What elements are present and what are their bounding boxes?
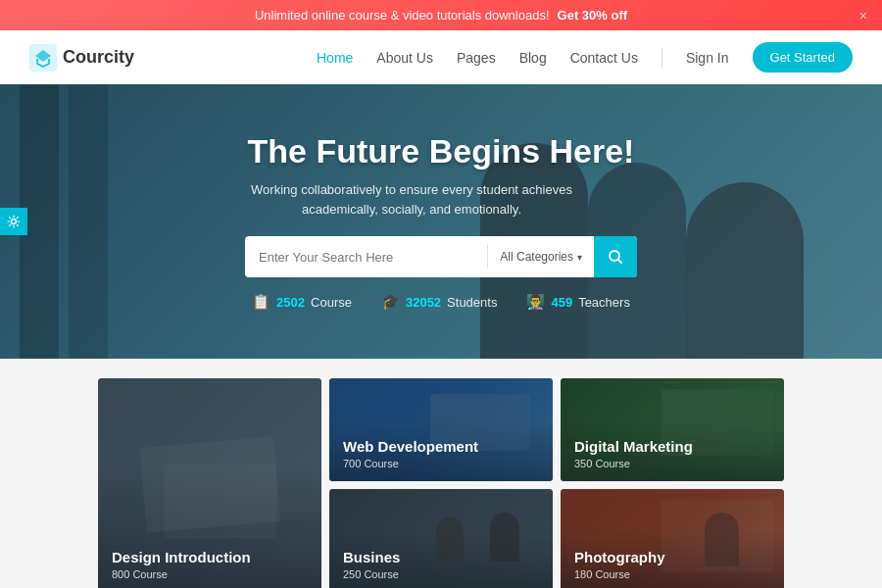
courses-grid: Design Introduction 800 Course Web Devel… xyxy=(98,378,784,588)
course-card-design[interactable]: Design Introduction 800 Course xyxy=(98,378,321,588)
course-count-photography: 180 Course xyxy=(574,568,665,580)
settings-icon xyxy=(7,215,21,228)
nav-divider xyxy=(662,48,662,68)
course-info-photography: Photography 180 Course xyxy=(574,549,665,580)
teachers-number: 459 xyxy=(551,295,572,310)
banner-cta[interactable]: Get 30% off xyxy=(558,8,628,23)
nav-contact[interactable]: Contact Us xyxy=(570,50,638,66)
course-title-business: Busines xyxy=(343,549,400,565)
logo[interactable]: Courcity xyxy=(29,44,134,72)
search-category-dropdown[interactable]: All Categories ▾ xyxy=(488,250,594,264)
course-count-design: 800 Course xyxy=(112,568,251,580)
search-input[interactable] xyxy=(245,250,487,265)
settings-float-button[interactable] xyxy=(0,208,27,235)
students-icon: 🎓 xyxy=(381,293,400,311)
banner-text: Unlimited online course & video tutorial… xyxy=(255,8,550,23)
nav-pages[interactable]: Pages xyxy=(457,50,496,66)
search-category-label: All Categories xyxy=(500,250,573,264)
stat-teachers: 👨‍🏫 459 Teachers xyxy=(526,293,629,311)
stat-courses: 📋 2502 Course xyxy=(252,293,352,311)
header: Courcity Home About Us Pages Blog Contac… xyxy=(0,30,882,84)
teachers-label: Teachers xyxy=(578,295,630,310)
nav-blog[interactable]: Blog xyxy=(519,50,547,66)
logo-text: Courcity xyxy=(63,47,134,68)
course-card-digital[interactable]: Digital Marketing 350 Course xyxy=(561,378,784,481)
svg-line-3 xyxy=(618,260,622,264)
students-number: 32052 xyxy=(406,295,441,310)
getstarted-button[interactable]: Get Started xyxy=(753,42,853,73)
courses-number: 2502 xyxy=(276,295,305,310)
logo-icon xyxy=(29,44,57,72)
hero-content: The Future Begins Here! Working collabor… xyxy=(245,132,637,277)
courses-icon: 📋 xyxy=(252,293,270,311)
main-nav: Home About Us Pages Blog Contact Us Sign… xyxy=(317,42,853,73)
hero-section: The Future Begins Here! Working collabor… xyxy=(0,84,882,359)
nav-home[interactable]: Home xyxy=(317,50,353,66)
svg-point-1 xyxy=(12,220,17,224)
hero-title: The Future Begins Here! xyxy=(245,132,637,171)
courses-section: Design Introduction 800 Course Web Devel… xyxy=(0,359,882,588)
teachers-icon: 👨‍🏫 xyxy=(526,293,545,311)
course-card-business[interactable]: Busines 250 Course xyxy=(329,489,553,588)
course-info-digital: Digital Marketing 350 Course xyxy=(574,438,693,469)
top-banner: Unlimited online course & video tutorial… xyxy=(0,0,882,30)
course-count-business: 250 Course xyxy=(343,568,400,580)
course-card-photography[interactable]: Photography 180 Course xyxy=(561,489,784,588)
search-button[interactable] xyxy=(594,236,637,277)
courses-label: Course xyxy=(311,295,352,310)
course-title-digital: Digital Marketing xyxy=(574,438,693,455)
banner-close[interactable]: × xyxy=(859,8,867,24)
course-count-digital: 350 Course xyxy=(574,458,693,469)
course-info-design: Design Introduction 800 Course xyxy=(112,549,251,580)
course-count-webdev: 700 Course xyxy=(343,458,478,469)
course-info-business: Busines 250 Course xyxy=(343,549,400,580)
hero-subtitle: Working collaboratively to ensure every … xyxy=(245,180,578,219)
search-bar: All Categories ▾ xyxy=(245,236,637,277)
search-icon xyxy=(608,249,623,265)
course-card-webdev[interactable]: Web Developement 700 Course xyxy=(329,378,553,481)
course-title-design: Design Introduction xyxy=(112,549,251,565)
stat-students: 🎓 32052 Students xyxy=(381,293,497,311)
course-title-photography: Photography xyxy=(574,549,665,565)
hero-stats: 📋 2502 Course 🎓 32052 Students 👨‍🏫 459 T… xyxy=(252,293,630,311)
signin-button[interactable]: Sign In xyxy=(686,50,729,66)
course-title-webdev: Web Developement xyxy=(343,438,478,455)
chevron-down-icon: ▾ xyxy=(577,252,582,263)
students-label: Students xyxy=(447,295,497,310)
course-info-webdev: Web Developement 700 Course xyxy=(343,438,478,469)
nav-about[interactable]: About Us xyxy=(376,50,433,66)
